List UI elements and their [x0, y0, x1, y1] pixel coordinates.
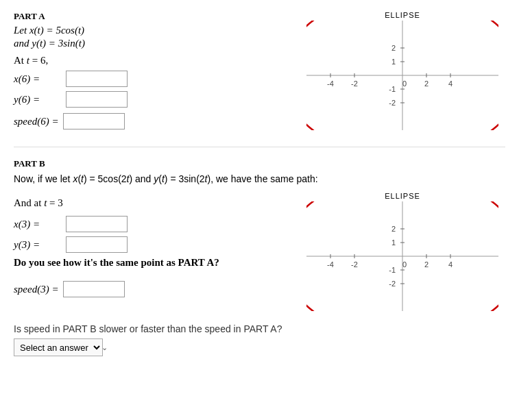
- select-answer-row: Select an answer Slower Faster ⌄: [14, 338, 505, 356]
- part-a-x-row: x(6) =: [14, 71, 286, 87]
- part-a-line2: and y(t) = 3sin(t): [14, 38, 286, 49]
- part-a-svg: -4 -2 2 4 0 2 1 -1 -2: [306, 21, 498, 130]
- part-b-y-label: y(3) =: [14, 239, 62, 251]
- svg-text:-2: -2: [351, 79, 358, 88]
- svg-text:2: 2: [391, 225, 396, 233]
- svg-text:-4: -4: [327, 260, 334, 269]
- part-a-x-label: x(6) =: [14, 73, 62, 85]
- part-b-y-row: y(3) =: [14, 236, 286, 253]
- part-b-x-input[interactable]: [66, 216, 128, 232]
- svg-text:-2: -2: [389, 280, 396, 288]
- part-b-x-label: x(3) =: [14, 219, 62, 230]
- section-divider: [14, 147, 505, 147]
- part-b-at-t: And at t = 3: [14, 197, 286, 209]
- part-b-left: And at t = 3 x(3) = y(3) = Do you see ho…: [14, 192, 286, 297]
- same-point-text: Do you see how it's the same point as PA…: [14, 257, 286, 269]
- part-b-graph: -4 -2 2 4 0 2 1 -1 -2: [306, 201, 498, 311]
- svg-text:4: 4: [448, 260, 452, 269]
- part-a-speed-row: speed(6) =: [14, 113, 286, 129]
- svg-text:0: 0: [402, 79, 407, 88]
- part-b-ellipse-label: ELLIPSE: [385, 192, 420, 200]
- svg-text:2: 2: [424, 79, 429, 88]
- part-b-right: ELLIPSE -4 -2 2 4 0 2 1: [300, 192, 505, 311]
- part-a-header: PART A: [14, 11, 286, 22]
- part-b-speed-input[interactable]: [63, 281, 125, 297]
- chevron-down-icon: ⌄: [101, 343, 108, 352]
- part-b-x-row: x(3) =: [14, 216, 286, 232]
- part-b-intro: Now, if we let x(t) = 5cos(2t) and y(t) …: [14, 172, 505, 186]
- answer-select[interactable]: Select an answer Slower Faster: [14, 338, 103, 356]
- svg-text:-1: -1: [389, 266, 396, 274]
- part-b-section: PART B Now, if we let x(t) = 5cos(2t) an…: [14, 158, 505, 356]
- part-b-header: PART B: [14, 158, 505, 169]
- part-a-y-label: y(6) =: [14, 94, 62, 106]
- svg-text:-4: -4: [327, 79, 334, 88]
- part-a-left: PART A Let x(t) = 5cos(t) and y(t) = 3si…: [14, 11, 286, 129]
- part-a-right: ELLIPSE -4 -2 2 4: [300, 11, 505, 130]
- part-a-line1: Let x(t) = 5cos(t): [14, 25, 286, 36]
- part-b-y-input[interactable]: [66, 236, 128, 253]
- part-a-graph: -4 -2 2 4 0 2 1 -1 -2: [306, 21, 498, 130]
- part-a-x-input[interactable]: [66, 71, 128, 87]
- part-a-y-row: y(6) =: [14, 91, 286, 108]
- svg-text:-2: -2: [389, 99, 396, 107]
- part-a-y-input[interactable]: [66, 91, 128, 108]
- part-b-svg: -4 -2 2 4 0 2 1 -1 -2: [306, 201, 498, 311]
- svg-text:-2: -2: [351, 260, 358, 269]
- svg-text:2: 2: [424, 260, 429, 269]
- part-b-speed-label: speed(3) =: [14, 284, 59, 295]
- svg-text:1: 1: [391, 238, 396, 247]
- svg-text:-1: -1: [389, 85, 396, 93]
- svg-text:1: 1: [391, 58, 396, 66]
- svg-text:4: 4: [448, 79, 452, 88]
- bottom-question: Is speed in PART B slower or faster than…: [14, 323, 505, 334]
- part-a-at-t: At t = 6,: [14, 55, 286, 66]
- part-a-section: PART A Let x(t) = 5cos(t) and y(t) = 3si…: [14, 11, 505, 130]
- part-a-speed-label: speed(6) =: [14, 116, 59, 127]
- svg-text:2: 2: [391, 44, 396, 52]
- svg-text:0: 0: [402, 260, 407, 269]
- part-a-ellipse-label: ELLIPSE: [385, 11, 420, 19]
- part-b-layout: And at t = 3 x(3) = y(3) = Do you see ho…: [14, 192, 505, 311]
- part-a-speed-input[interactable]: [63, 113, 125, 129]
- part-b-speed-row: speed(3) =: [14, 281, 286, 297]
